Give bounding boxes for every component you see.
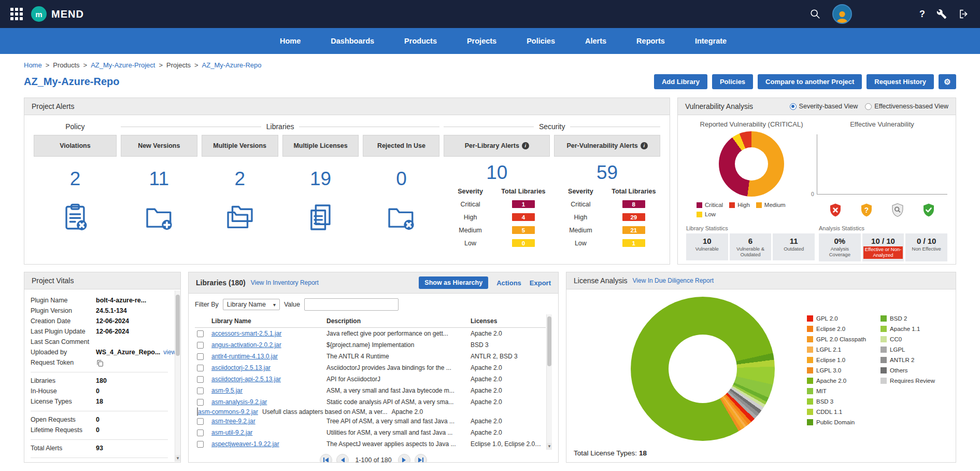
vitals-scrollbar[interactable]: ▾ <box>175 290 180 462</box>
tab-per-vulnerability-alerts[interactable]: Per-Vulnerability Alerts i <box>554 135 660 157</box>
row-checkbox[interactable] <box>197 387 204 394</box>
row-checkbox[interactable] <box>197 330 204 337</box>
copy-icon[interactable] <box>96 359 104 367</box>
row-checkbox[interactable] <box>197 441 204 448</box>
info-icon[interactable]: i <box>522 142 529 149</box>
mend-logo[interactable]: m MEND <box>31 6 84 22</box>
library-name-link[interactable]: angus-activation-2.0.2.jar <box>211 341 326 349</box>
tab-multiple-licenses[interactable]: Multiple Licenses <box>282 135 359 157</box>
actions-button[interactable]: Actions <box>496 279 521 287</box>
legend-item: Eclipse 1.0 <box>807 357 866 363</box>
libraries-scrollbar[interactable]: ▾ <box>546 314 552 450</box>
pagination-last-button[interactable] <box>415 454 427 463</box>
info-icon[interactable]: i <box>641 142 648 149</box>
license-analysis-title: License Analysis <box>574 276 628 285</box>
row-checkbox[interactable] <box>197 418 204 425</box>
row-checkbox[interactable] <box>197 353 204 360</box>
tools-wrench-icon[interactable] <box>936 9 947 19</box>
compare-project-button[interactable]: Compare to another Project <box>758 74 862 89</box>
breadcrumb-home[interactable]: Home <box>24 61 42 69</box>
app-grid-icon[interactable] <box>10 8 23 20</box>
breadcrumb-project[interactable]: AZ_My-Azure-Project <box>91 61 155 69</box>
show-as-hierarchy-button[interactable]: Show as Hierarchy <box>419 276 488 289</box>
severity-badge-high: 29 <box>622 213 645 221</box>
library-name-link[interactable]: asciidoctorj-2.5.13.jar <box>211 364 326 371</box>
row-checkbox[interactable] <box>197 365 204 371</box>
pagination-next-button[interactable] <box>398 454 410 463</box>
pagination-first-button[interactable] <box>320 454 332 463</box>
shield-magnifier-icon <box>890 202 905 218</box>
help-icon[interactable]: ? <box>919 9 925 20</box>
tab-violations[interactable]: Violations <box>34 135 117 157</box>
tab-new-versions[interactable]: New Versions <box>121 135 197 157</box>
library-statistics-label: Library Statistics <box>686 225 815 231</box>
severity-view-radio[interactable]: Severity-based View <box>790 103 858 110</box>
reported-vulnerability-chart: Reported Vulnerability (CRITICAL) Critic… <box>686 119 817 221</box>
breadcrumb-repo[interactable]: AZ_My-Azure-Repo <box>202 61 262 69</box>
project-alerts-panel: Project Alerts Policy Libraries Security… <box>24 98 670 265</box>
library-row: antlr4-runtime-4.13.0.jarThe ANTLR 4 Run… <box>195 351 546 362</box>
scrollbar-down-arrow[interactable]: ▾ <box>547 443 552 450</box>
vital-row: Plugin Namebolt-4-azure-re... <box>31 297 168 305</box>
legend-item: LGPL <box>880 347 935 353</box>
tab-per-library-alerts[interactable]: Per-Library Alerts i <box>444 135 550 157</box>
policies-button[interactable]: Policies <box>712 74 753 89</box>
settings-gear-button[interactable]: ⚙ <box>939 74 956 89</box>
column-library-name[interactable]: Library Name <box>211 317 326 325</box>
value-label: Value <box>284 301 300 308</box>
column-licenses[interactable]: Licenses <box>471 317 546 325</box>
library-name-link[interactable]: asm-analysis-9.2.jar <box>211 398 326 406</box>
logout-icon[interactable] <box>958 8 970 20</box>
add-library-button[interactable]: Add Library <box>654 74 707 89</box>
nav-dashboards[interactable]: Dashboards <box>331 37 374 45</box>
severity-badge-critical: 8 <box>622 200 645 208</box>
stat-non-effective: 0 / 10Non Effective <box>905 233 947 261</box>
vital-row-uploaded-by: Uploaded byWS_4_Azure_Repo...view <box>31 349 168 357</box>
row-checkbox[interactable] <box>197 376 204 383</box>
scrollbar-thumb[interactable] <box>547 316 551 366</box>
export-button[interactable]: Export <box>530 279 551 287</box>
avatar[interactable] <box>832 4 852 24</box>
library-name-link[interactable]: aspectjweaver-1.9.22.jar <box>211 440 326 448</box>
pagination-prev-button[interactable] <box>336 454 349 463</box>
vital-row: License Types18 <box>31 398 168 406</box>
library-row: asciidoctorj-2.5.13.jarAsciidoctorJ prov… <box>195 362 546 373</box>
view-uploader-link[interactable]: view <box>163 349 176 357</box>
search-icon[interactable] <box>809 8 821 20</box>
library-name-link[interactable]: antlr4-runtime-4.13.0.jar <box>211 353 326 360</box>
library-name-link[interactable]: asm-util-9.2.jar <box>211 429 326 436</box>
nav-products[interactable]: Products <box>404 37 437 45</box>
row-checkbox[interactable] <box>197 342 204 349</box>
request-history-button[interactable]: Request History <box>867 74 934 89</box>
breadcrumb-separator: > <box>83 61 88 69</box>
tab-rejected-in-use[interactable]: Rejected In Use <box>363 135 439 157</box>
nav-policies[interactable]: Policies <box>527 37 555 45</box>
library-name-link[interactable]: accessors-smart-2.5.1.jar <box>211 330 326 337</box>
nav-reports[interactable]: Reports <box>636 37 665 45</box>
filter-field-select[interactable]: Library Name▾ <box>223 299 280 310</box>
nav-projects[interactable]: Projects <box>467 37 496 45</box>
nav-home[interactable]: Home <box>280 37 301 45</box>
effectiveness-view-radio[interactable]: Effectiveness-based View <box>865 103 948 110</box>
effective-vulnerability-title: Effective Vulnerability <box>850 120 914 128</box>
title-row: AZ_My-Azure-Repo Add Library Policies Co… <box>0 69 980 89</box>
row-checkbox[interactable] <box>197 399 204 406</box>
tab-multiple-versions[interactable]: Multiple Versions <box>202 135 278 157</box>
nav-alerts[interactable]: Alerts <box>585 37 606 45</box>
column-description[interactable]: Description <box>326 317 471 325</box>
library-name-link[interactable]: asm-commons-9.2.jar <box>198 408 262 415</box>
vulnerability-analysis-panel: Vulnerability Analysis Severity-based Vi… <box>677 98 956 265</box>
view-due-diligence-report-link[interactable]: View In Due Diligence Report <box>633 277 714 284</box>
view-inventory-report-link[interactable]: View In Inventory Report <box>251 279 319 286</box>
library-name-link[interactable]: asciidoctorj-api-2.5.13.jar <box>211 376 326 383</box>
scrollbar-down-arrow[interactable]: ▾ <box>175 455 180 462</box>
library-name-link[interactable]: asm-tree-9.2.jar <box>211 418 326 425</box>
severity-badge-high: 4 <box>512 213 535 221</box>
library-name-link[interactable]: asm-9.5.jar <box>211 387 326 394</box>
filter-value-input[interactable] <box>304 298 399 311</box>
divider <box>31 372 168 372</box>
nav-integrate[interactable]: Integrate <box>695 37 727 45</box>
row-checkbox[interactable] <box>197 430 204 436</box>
stat-vulnerable: 10Vulnerable <box>686 233 728 260</box>
scrollbar-thumb[interactable] <box>176 295 180 356</box>
